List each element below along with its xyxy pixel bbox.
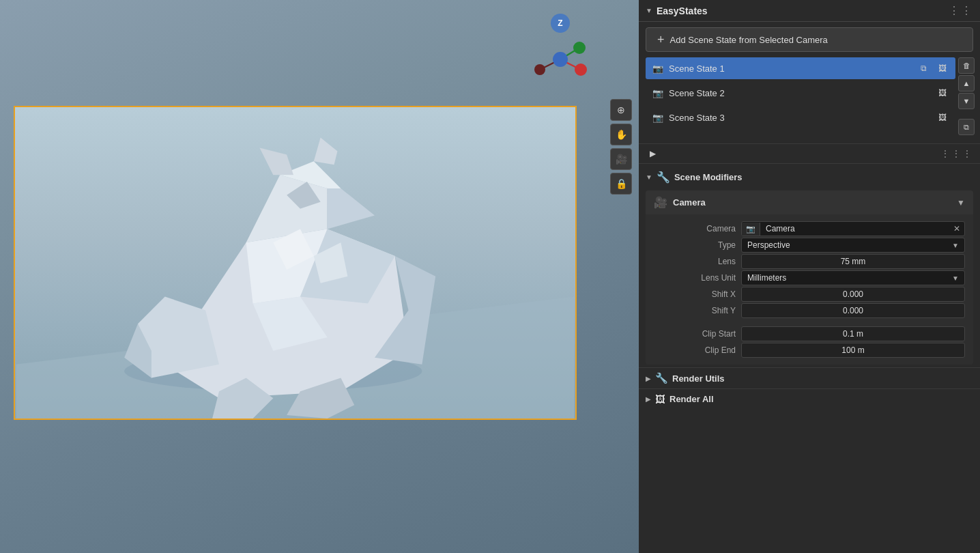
- zoom-tool-button[interactable]: ⊕: [610, 99, 632, 121]
- state-render-btn-1[interactable]: 🖼: [935, 61, 950, 76]
- camera-properties: Camera 📷 Camera ✕ Type Perspective ▼ Len…: [646, 214, 973, 365]
- render-utils-title: Render Utils: [672, 373, 725, 384]
- playback-bar: ▶ ⋮⋮⋮: [639, 143, 980, 164]
- lock-icon: 🔒: [616, 178, 627, 189]
- camera-block-title: Camera: [673, 197, 706, 208]
- shift-y-value[interactable]: 0.000: [741, 303, 965, 318]
- shift-x-label: Shift X: [654, 287, 736, 302]
- camera-header-left: 🎥 Camera: [654, 196, 706, 209]
- scene-state-row-3: 📷 Scene State 3 🖼: [646, 107, 955, 128]
- state-camera-icon-3: 📷: [651, 112, 665, 123]
- camera-value-field[interactable]: 📷 Camera ✕: [741, 221, 965, 236]
- svg-marker-23: [314, 138, 338, 165]
- camera-dropdown-arrow[interactable]: ▼: [957, 198, 965, 208]
- prop-spacer-1: [654, 320, 736, 325]
- svg-point-6: [553, 52, 568, 67]
- zoom-icon: ⊕: [617, 104, 625, 115]
- scene-modifiers-collapse-icon: ▼: [646, 173, 652, 181]
- render-all-section[interactable]: ▶ 🖼 Render All: [639, 388, 980, 409]
- camera-clear-button[interactable]: ✕: [949, 222, 964, 236]
- lens-unit-value: Millimeters: [747, 273, 952, 283]
- render-utils-icon: 🔧: [655, 372, 668, 384]
- add-plus-icon: +: [657, 33, 665, 46]
- nav-gizmo: Z: [530, 14, 591, 89]
- viewport-tools: ⊕ ✋ 🎥 🔒: [610, 99, 632, 195]
- camera-tool-button[interactable]: 🎥: [610, 148, 632, 170]
- type-label: Type: [654, 238, 736, 253]
- lens-unit-dropdown-arrow: ▼: [952, 274, 959, 282]
- add-scene-state-button[interactable]: + Add Scene State from Selected Camera: [646, 27, 973, 52]
- states-container: 📷 Scene State 1 ⧉ 🖼 📷 Scene State 2 🖼 📷: [639, 57, 980, 141]
- scene-states-list: 📷 Scene State 1 ⧉ 🖼 📷 Scene State 2 🖼 📷: [646, 57, 955, 135]
- scene-modifiers-icon: 🔧: [657, 171, 670, 184]
- state-camera-icon-1: 📷: [651, 63, 665, 74]
- clip-start-label: Clip Start: [654, 326, 736, 341]
- state-render-btn-3[interactable]: 🖼: [935, 110, 950, 125]
- panel-options-dots[interactable]: ⋮⋮: [949, 4, 973, 17]
- grab-tool-button[interactable]: ✋: [610, 124, 632, 145]
- camera-block-icon: 🎥: [654, 196, 667, 209]
- render-utils-section[interactable]: ▶ 🔧 Render Utils: [639, 367, 980, 388]
- state-name-2: Scene State 2: [669, 88, 931, 98]
- render-all-icon: 🖼: [655, 393, 665, 405]
- camera-header[interactable]: 🎥 Camera ▼: [646, 190, 973, 214]
- gizmo-z-axis[interactable]: Z: [551, 14, 570, 33]
- scene-state-item-3[interactable]: 📷 Scene State 3 🖼: [646, 107, 955, 128]
- scene-state-item-1[interactable]: 📷 Scene State 1 ⧉ 🖼: [646, 57, 955, 79]
- state-render-btn-2[interactable]: 🖼: [935, 85, 950, 100]
- clip-end-label: Clip End: [654, 343, 736, 358]
- move-up-button[interactable]: ▲: [958, 75, 975, 91]
- lens-unit-dropdown[interactable]: Millimeters ▼: [741, 270, 965, 285]
- camera-block: 🎥 Camera ▼ Camera 📷 Camera ✕ Type Perspe…: [646, 190, 973, 365]
- type-dropdown[interactable]: Perspective ▼: [741, 238, 965, 253]
- render-all-title: Render All: [669, 394, 714, 404]
- grab-icon: ✋: [616, 129, 627, 140]
- playback-dots: ⋮⋮⋮: [940, 148, 973, 159]
- lock-tool-button[interactable]: 🔒: [610, 173, 632, 195]
- right-panel: ▼ EasyStates ⋮⋮ + Add Scene State from S…: [639, 0, 980, 553]
- state-name-1: Scene State 1: [669, 63, 912, 74]
- type-value: Perspective: [747, 240, 952, 250]
- svg-point-1: [575, 63, 587, 76]
- move-down-button[interactable]: ▼: [958, 93, 975, 109]
- states-side-buttons: 🗑 ▲ ▼ ⧉: [958, 57, 975, 135]
- camera-label: Camera: [654, 221, 736, 236]
- svg-point-3: [534, 64, 545, 75]
- panel-title: EasyStates: [657, 5, 708, 16]
- lens-label: Lens: [654, 254, 736, 269]
- panel-collapse-arrow[interactable]: ▼: [646, 7, 652, 14]
- scene-state-row-2: 📷 Scene State 2 🖼: [646, 82, 955, 104]
- panel-title-row: ▼ EasyStates: [646, 5, 708, 16]
- clip-end-value[interactable]: 100 m: [741, 343, 965, 358]
- copy-state-button[interactable]: ⧉: [958, 119, 975, 135]
- shift-x-value[interactable]: 0.000: [741, 287, 965, 302]
- render-utils-collapse-icon: ▶: [646, 375, 651, 382]
- type-dropdown-arrow: ▼: [952, 242, 959, 249]
- svg-marker-14: [328, 188, 375, 229]
- scene-modifiers-title: Scene Modifiers: [674, 172, 743, 182]
- clip-start-value[interactable]: 0.1 m: [741, 326, 965, 341]
- lens-value[interactable]: 75 mm: [741, 254, 965, 269]
- camera-tool-icon: 🎥: [616, 154, 627, 165]
- viewport-background: Z: [0, 0, 639, 553]
- camera-field-icon: 📷: [742, 223, 760, 236]
- shift-y-label: Shift Y: [654, 303, 736, 318]
- scene-modifiers-header[interactable]: ▼ 🔧 Scene Modifiers: [639, 167, 980, 188]
- delete-state-button[interactable]: 🗑: [958, 57, 975, 74]
- prop-spacer-2: [741, 320, 965, 325]
- state-name-3: Scene State 3: [669, 113, 931, 123]
- scene-state-row-1: 📷 Scene State 1 ⧉ 🖼: [646, 57, 955, 79]
- play-button[interactable]: ▶: [646, 147, 659, 160]
- lens-unit-label: Lens Unit: [654, 270, 736, 285]
- scene-render: [14, 106, 577, 420]
- svg-point-5: [573, 42, 586, 54]
- scene-svg: [15, 107, 575, 419]
- camera-field-text: Camera: [760, 222, 949, 236]
- state-copy-btn-1[interactable]: ⧉: [916, 61, 931, 76]
- svg-marker-22: [259, 147, 293, 175]
- render-all-collapse-icon: ▶: [646, 395, 651, 403]
- panel-header: ▼ EasyStates ⋮⋮: [639, 0, 980, 22]
- scene-state-item-2[interactable]: 📷 Scene State 2 🖼: [646, 82, 955, 104]
- add-button-label: Add Scene State from Selected Camera: [670, 35, 828, 45]
- viewport: Z: [0, 0, 639, 553]
